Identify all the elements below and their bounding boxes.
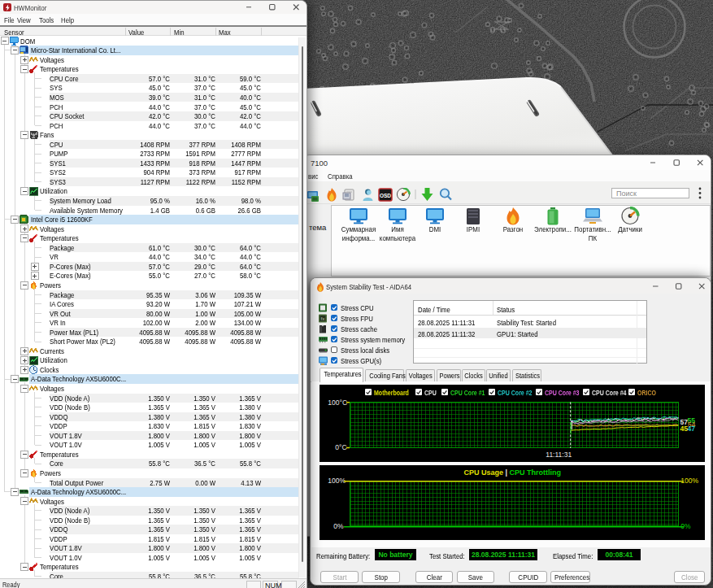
svg-text:47: 47: [688, 424, 696, 432]
svg-text:fx: fx: [320, 316, 324, 321]
svg-text:OSD: OSD: [380, 193, 391, 198]
